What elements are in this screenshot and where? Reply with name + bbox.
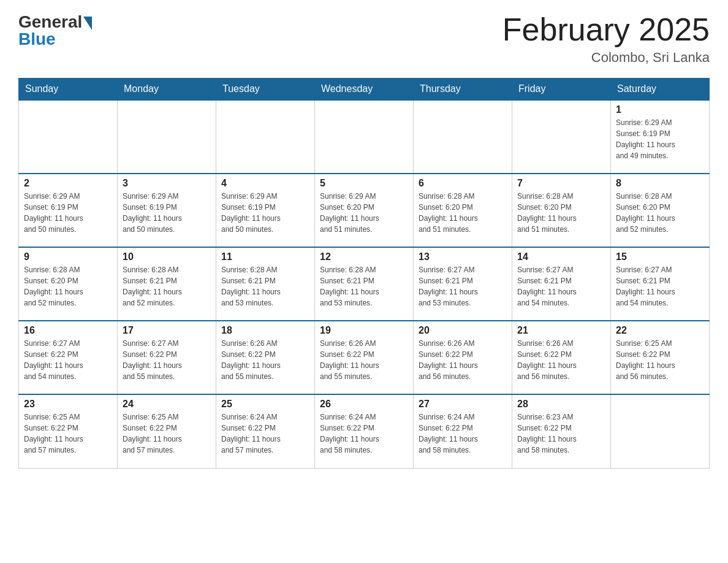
table-row xyxy=(315,100,414,174)
day-info: Sunrise: 6:26 AMSunset: 6:22 PMDaylight:… xyxy=(320,338,408,382)
table-row: 2Sunrise: 6:29 AMSunset: 6:19 PMDaylight… xyxy=(19,174,118,247)
header-monday: Monday xyxy=(118,79,216,101)
day-info: Sunrise: 6:25 AMSunset: 6:22 PMDaylight:… xyxy=(123,412,211,456)
logo: General Blue xyxy=(18,12,92,49)
table-row: 4Sunrise: 6:29 AMSunset: 6:19 PMDaylight… xyxy=(216,174,315,247)
day-number: 7 xyxy=(517,178,605,189)
day-info: Sunrise: 6:28 AMSunset: 6:20 PMDaylight:… xyxy=(517,191,605,235)
day-number: 11 xyxy=(221,251,309,262)
logo-arrow-icon xyxy=(83,17,92,30)
table-row: 25Sunrise: 6:24 AMSunset: 6:22 PMDayligh… xyxy=(216,394,315,468)
table-row: 3Sunrise: 6:29 AMSunset: 6:19 PMDaylight… xyxy=(118,174,216,247)
day-number: 6 xyxy=(419,178,507,189)
day-number: 20 xyxy=(419,325,507,336)
table-row: 15Sunrise: 6:27 AMSunset: 6:21 PMDayligh… xyxy=(611,247,710,321)
header-saturday: Saturday xyxy=(611,79,710,101)
day-number: 22 xyxy=(616,325,704,336)
table-row: 22Sunrise: 6:25 AMSunset: 6:22 PMDayligh… xyxy=(611,321,710,394)
day-number: 15 xyxy=(616,251,704,262)
table-row xyxy=(611,394,710,468)
title-block: February 2025 Colombo, Sri Lanka xyxy=(502,12,710,66)
day-info: Sunrise: 6:29 AMSunset: 6:19 PMDaylight:… xyxy=(221,191,309,235)
day-number: 10 xyxy=(123,251,211,262)
day-number: 1 xyxy=(616,104,704,115)
table-row: 13Sunrise: 6:27 AMSunset: 6:21 PMDayligh… xyxy=(414,247,512,321)
day-info: Sunrise: 6:27 AMSunset: 6:22 PMDaylight:… xyxy=(24,338,112,382)
table-row: 1Sunrise: 6:29 AMSunset: 6:19 PMDaylight… xyxy=(611,100,710,174)
day-number: 5 xyxy=(320,178,408,189)
table-row: 23Sunrise: 6:25 AMSunset: 6:22 PMDayligh… xyxy=(19,394,118,468)
day-info: Sunrise: 6:24 AMSunset: 6:22 PMDaylight:… xyxy=(320,412,408,456)
day-number: 12 xyxy=(320,251,408,262)
day-number: 18 xyxy=(221,325,309,336)
location: Colombo, Sri Lanka xyxy=(502,50,710,66)
day-info: Sunrise: 6:26 AMSunset: 6:22 PMDaylight:… xyxy=(517,338,605,382)
table-row: 24Sunrise: 6:25 AMSunset: 6:22 PMDayligh… xyxy=(118,394,216,468)
day-number: 16 xyxy=(24,325,112,336)
day-number: 13 xyxy=(419,251,507,262)
header-thursday: Thursday xyxy=(414,79,512,101)
header-tuesday: Tuesday xyxy=(216,79,315,101)
week-row-5: 23Sunrise: 6:25 AMSunset: 6:22 PMDayligh… xyxy=(19,394,710,468)
week-row-1: 1Sunrise: 6:29 AMSunset: 6:19 PMDaylight… xyxy=(19,100,710,174)
table-row: 20Sunrise: 6:26 AMSunset: 6:22 PMDayligh… xyxy=(414,321,512,394)
week-row-4: 16Sunrise: 6:27 AMSunset: 6:22 PMDayligh… xyxy=(19,321,710,394)
table-row: 18Sunrise: 6:26 AMSunset: 6:22 PMDayligh… xyxy=(216,321,315,394)
day-info: Sunrise: 6:27 AMSunset: 6:22 PMDaylight:… xyxy=(123,338,211,382)
day-info: Sunrise: 6:23 AMSunset: 6:22 PMDaylight:… xyxy=(517,412,605,456)
day-info: Sunrise: 6:28 AMSunset: 6:20 PMDaylight:… xyxy=(616,191,704,235)
week-row-3: 9Sunrise: 6:28 AMSunset: 6:20 PMDaylight… xyxy=(19,247,710,321)
table-row: 26Sunrise: 6:24 AMSunset: 6:22 PMDayligh… xyxy=(315,394,414,468)
day-number: 2 xyxy=(24,178,112,189)
day-number: 14 xyxy=(517,251,605,262)
table-row: 17Sunrise: 6:27 AMSunset: 6:22 PMDayligh… xyxy=(118,321,216,394)
day-info: Sunrise: 6:29 AMSunset: 6:19 PMDaylight:… xyxy=(24,191,112,235)
day-number: 23 xyxy=(24,399,112,410)
day-info: Sunrise: 6:29 AMSunset: 6:20 PMDaylight:… xyxy=(320,191,408,235)
table-row: 11Sunrise: 6:28 AMSunset: 6:21 PMDayligh… xyxy=(216,247,315,321)
header-sunday: Sunday xyxy=(19,79,118,101)
table-row: 6Sunrise: 6:28 AMSunset: 6:20 PMDaylight… xyxy=(414,174,512,247)
table-row: 9Sunrise: 6:28 AMSunset: 6:20 PMDaylight… xyxy=(19,247,118,321)
day-info: Sunrise: 6:29 AMSunset: 6:19 PMDaylight:… xyxy=(123,191,211,235)
day-number: 4 xyxy=(221,178,309,189)
day-info: Sunrise: 6:24 AMSunset: 6:22 PMDaylight:… xyxy=(419,412,507,456)
table-row: 14Sunrise: 6:27 AMSunset: 6:21 PMDayligh… xyxy=(512,247,611,321)
table-row: 10Sunrise: 6:28 AMSunset: 6:21 PMDayligh… xyxy=(118,247,216,321)
day-number: 27 xyxy=(419,399,507,410)
table-row xyxy=(216,100,315,174)
calendar-table: Sunday Monday Tuesday Wednesday Thursday… xyxy=(18,78,710,469)
table-row: 16Sunrise: 6:27 AMSunset: 6:22 PMDayligh… xyxy=(19,321,118,394)
header-friday: Friday xyxy=(512,79,611,101)
day-info: Sunrise: 6:27 AMSunset: 6:21 PMDaylight:… xyxy=(517,264,605,308)
table-row: 5Sunrise: 6:29 AMSunset: 6:20 PMDaylight… xyxy=(315,174,414,247)
table-row: 12Sunrise: 6:28 AMSunset: 6:21 PMDayligh… xyxy=(315,247,414,321)
table-row xyxy=(19,100,118,174)
table-row: 21Sunrise: 6:26 AMSunset: 6:22 PMDayligh… xyxy=(512,321,611,394)
day-info: Sunrise: 6:27 AMSunset: 6:21 PMDaylight:… xyxy=(616,264,704,308)
table-row xyxy=(414,100,512,174)
week-row-2: 2Sunrise: 6:29 AMSunset: 6:19 PMDaylight… xyxy=(19,174,710,247)
month-title: February 2025 xyxy=(502,12,710,47)
logo-blue-text: Blue xyxy=(18,29,56,49)
day-number: 19 xyxy=(320,325,408,336)
day-info: Sunrise: 6:29 AMSunset: 6:19 PMDaylight:… xyxy=(616,117,704,161)
day-number: 9 xyxy=(24,251,112,262)
day-info: Sunrise: 6:28 AMSunset: 6:21 PMDaylight:… xyxy=(320,264,408,308)
day-info: Sunrise: 6:26 AMSunset: 6:22 PMDaylight:… xyxy=(221,338,309,382)
table-row: 19Sunrise: 6:26 AMSunset: 6:22 PMDayligh… xyxy=(315,321,414,394)
table-row: 27Sunrise: 6:24 AMSunset: 6:22 PMDayligh… xyxy=(414,394,512,468)
day-number: 17 xyxy=(123,325,211,336)
day-number: 26 xyxy=(320,399,408,410)
page-header: General Blue February 2025 Colombo, Sri … xyxy=(18,12,710,66)
day-info: Sunrise: 6:28 AMSunset: 6:20 PMDaylight:… xyxy=(24,264,112,308)
header-wednesday: Wednesday xyxy=(315,79,414,101)
day-info: Sunrise: 6:25 AMSunset: 6:22 PMDaylight:… xyxy=(24,412,112,456)
day-info: Sunrise: 6:28 AMSunset: 6:21 PMDaylight:… xyxy=(221,264,309,308)
day-number: 25 xyxy=(221,399,309,410)
table-row xyxy=(512,100,611,174)
day-info: Sunrise: 6:28 AMSunset: 6:21 PMDaylight:… xyxy=(123,264,211,308)
table-row xyxy=(118,100,216,174)
day-number: 28 xyxy=(517,399,605,410)
day-info: Sunrise: 6:27 AMSunset: 6:21 PMDaylight:… xyxy=(419,264,507,308)
